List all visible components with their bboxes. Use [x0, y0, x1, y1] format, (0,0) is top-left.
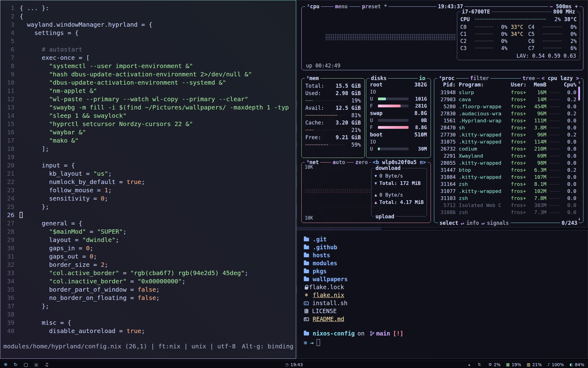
- bar-left-modules: ❄↻▢▣♫: [4, 361, 55, 368]
- editor-line: 25 };: [0, 203, 295, 211]
- process-row[interactable]: 31164zshfros+8.1M0.0: [438, 181, 576, 188]
- editor-line: 27 general = {: [0, 219, 295, 228]
- editor-line: 16 "waybar &": [0, 128, 295, 136]
- process-cpu: 0.0: [563, 104, 576, 109]
- net-zero-button[interactable]: zero: [354, 159, 369, 166]
- bar-memory-module[interactable]: ▦19%: [506, 362, 521, 367]
- editor-line: 21 kb_layout = "us";: [0, 170, 295, 178]
- code-text: kb_layout = "us";: [20, 170, 295, 178]
- editor-line: 18 ];: [0, 145, 295, 153]
- core-temp: 33°C: [507, 24, 523, 30]
- download-speed: 0 Byte/s: [379, 173, 403, 179]
- bar-right-modules: ▴⇅⚙2%▦19%▥21%♪100%◐84%: [463, 362, 584, 367]
- process-row[interactable]: 31084.kitty-wrappedfros+107M0.0: [438, 174, 576, 181]
- code-text: [20, 310, 295, 319]
- process-meter: [549, 198, 560, 199]
- file-name: flake.nix: [313, 292, 344, 298]
- tree-toggle-button[interactable]: tree: [521, 75, 537, 82]
- memory-title-label: mem: [309, 75, 319, 81]
- memory-stat-label: Used:: [305, 90, 321, 96]
- bar-tray-module[interactable]: ▴: [468, 362, 472, 367]
- process-row[interactable]: 31447btopfros+6.3M0.2: [438, 167, 576, 174]
- bar-music-icon[interactable]: ♫: [45, 361, 49, 368]
- disks-box-title[interactable]: disks: [369, 75, 388, 82]
- iface-next-button[interactable]: n>: [420, 159, 426, 165]
- code-text: wayland.windowManager.hyprland = {: [20, 21, 295, 29]
- bar-battery-module[interactable]: ◐84%: [570, 362, 584, 367]
- disk-name: root: [370, 82, 383, 88]
- scroll-up-arrow[interactable]: ↑: [578, 80, 581, 85]
- editor-line: 19: [0, 153, 295, 161]
- scrollbar-thumb[interactable]: [578, 86, 580, 101]
- cpu-box-title[interactable]: ¹cpu: [305, 3, 321, 10]
- process-row[interactable]: 26732codiumfros+210M0.0: [438, 145, 576, 152]
- terminal-cursor: [317, 339, 320, 346]
- select-button[interactable]: select: [439, 220, 458, 226]
- column-header-user[interactable]: User:: [511, 82, 530, 88]
- file-name: pkgs: [313, 268, 327, 274]
- editor-line: 5: [0, 37, 295, 45]
- process-row[interactable]: 31086zshfros+7.3M0.0: [438, 209, 576, 216]
- process-cpu: 0.2: [563, 132, 576, 138]
- sort-prev-button[interactable]: <: [541, 75, 545, 81]
- upload-arrow-icon: ▲: [375, 193, 377, 197]
- process-row[interactable]: 27730.kitty-wrappedfros+96M0.2: [438, 131, 576, 138]
- files-terminal-window[interactable]: .git.githubhostsmodulespkgswallpapersfla…: [297, 230, 588, 359]
- core-percent: 4%: [495, 45, 507, 51]
- process-row[interactable]: 2291Xwaylandfros+69M0.0: [438, 152, 576, 159]
- file-name: wallpapers: [313, 276, 348, 282]
- process-row[interactable]: 1561.Hyprland-wrapfros+111M0.0: [438, 117, 576, 124]
- bar-nixos-menu-icon[interactable]: ❄: [4, 361, 8, 368]
- bar-network-module[interactable]: ⇅: [478, 362, 483, 367]
- info-button[interactable]: info: [466, 220, 479, 226]
- column-header-pid[interactable]: Pid:: [438, 82, 456, 88]
- process-row[interactable]: 27903cavafros+14M0.2: [438, 96, 576, 103]
- process-meter: [549, 205, 560, 206]
- clock-module[interactable]: ◷ 19:43: [285, 362, 303, 367]
- menu-button[interactable]: menu: [334, 3, 349, 10]
- process-cpu: 0.0: [563, 160, 576, 166]
- btop-terminal-window[interactable]: ¹cpu menu preset * 19:43:37 − 500ms + up…: [297, 0, 588, 228]
- editor-buffer[interactable]: 1{ ... }:2{3 wayland.windowManager.hyprl…: [0, 4, 295, 337]
- process-row[interactable]: 5712Isolated Web Cfros+303M0.0: [438, 202, 576, 209]
- cpu-core-row: C40%: [528, 23, 577, 30]
- iface-prev-button[interactable]: <b: [373, 159, 379, 165]
- bar-apps-icon[interactable]: ▢: [24, 361, 28, 368]
- process-pid: 31164: [438, 181, 456, 187]
- editor-line: 37 };: [0, 302, 295, 310]
- process-row[interactable]: 31103zshfros+7.8M0.0: [438, 195, 576, 202]
- bar-updates-icon[interactable]: ↻: [14, 361, 18, 368]
- process-memb: 16M: [530, 90, 546, 95]
- signals-button[interactable]: signals: [487, 220, 509, 226]
- editor-terminal-window[interactable]: 1{ ... }:2{3 wayland.windowManager.hyprl…: [0, 0, 296, 359]
- preset-button[interactable]: preset *: [360, 3, 389, 10]
- disks-io-toggle[interactable]: io: [418, 75, 427, 82]
- memory-box-title[interactable]: ²mem: [305, 75, 320, 82]
- process-row[interactable]: 31077.kitty-wrappedfros+102M0.0: [438, 188, 576, 195]
- disk-stat-value: 8.8G: [411, 125, 427, 130]
- process-row[interactable]: 5280.floorp-wrappefros+454M0.0: [438, 103, 576, 110]
- process-row[interactable]: 28055.kitty-wrappedfros+98M0.0: [438, 159, 576, 167]
- bar-cpu-module[interactable]: ⚙2%: [488, 362, 500, 367]
- process-row[interactable]: 31948slurpfros+16M0.0: [438, 89, 576, 96]
- bar-disk-module[interactable]: ▥21%: [527, 362, 542, 367]
- column-header-cpu[interactable]: Cpu%: [563, 82, 576, 88]
- cpu-core-row: C76%: [528, 44, 577, 52]
- process-row[interactable]: 28470shfros+3.8M0.0: [438, 124, 576, 131]
- uptime-label: up 00:42:49: [306, 63, 341, 69]
- process-box-title[interactable]: ⁴proc: [437, 75, 456, 82]
- shell-prompt-input-line[interactable]: ❄ →: [304, 338, 588, 347]
- net-auto-button[interactable]: auto: [331, 159, 347, 166]
- process-meter: [549, 141, 560, 143]
- file-list-item: ❄flake.nix: [304, 291, 588, 299]
- column-header-memb[interactable]: MemB: [530, 82, 546, 88]
- bar-volume-module[interactable]: ♪100%: [547, 362, 564, 367]
- process-row[interactable]: 27830.audacious-wrafros+96M0.2: [438, 110, 576, 117]
- process-pid: 2291: [438, 153, 456, 159]
- filter-button[interactable]: filter: [469, 75, 490, 82]
- core-meter: [475, 47, 493, 49]
- process-row[interactable]: 31075.kitty-wrappedfros+114M0.0: [438, 138, 576, 145]
- memory-meter-row: 19%: [305, 97, 361, 104]
- column-header-prog[interactable]: Program:: [459, 82, 511, 88]
- bar-display-icon[interactable]: ▣: [34, 361, 38, 368]
